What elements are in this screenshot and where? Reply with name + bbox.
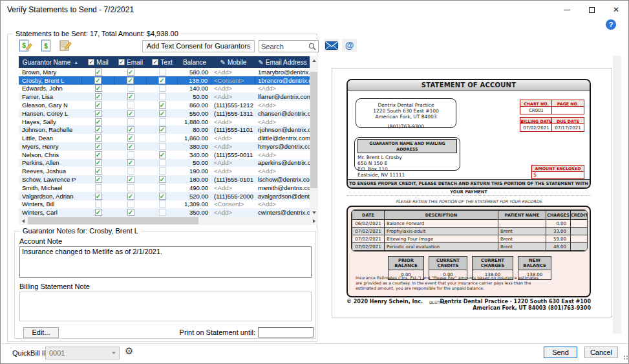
guarantor-name-cell[interactable]: Gleason, Gary N xyxy=(19,101,82,109)
text-checkbox[interactable] xyxy=(159,200,166,208)
resize-grip[interactable] xyxy=(624,356,625,357)
guarantor-row[interactable]: Reeves, Joshua✓190.00<Add><Add> xyxy=(19,167,310,175)
column-email-address[interactable]: ✎ Email Address xyxy=(255,56,310,68)
email-address-cell[interactable]: aperkins@dentrix.com xyxy=(255,159,310,167)
email-checkbox[interactable]: ✓ xyxy=(127,77,134,84)
email-address-cell[interactable]: <Add> xyxy=(255,200,310,209)
mobile-cell[interactable]: <Add> xyxy=(211,134,255,142)
guarantor-row[interactable]: Nelson, Chris✓✓340.00(111)555-0011<Add> xyxy=(19,151,310,159)
guarantor-name-cell[interactable]: Reeves, Joshua xyxy=(19,167,82,175)
text-checkbox[interactable] xyxy=(159,209,166,216)
mobile-cell[interactable]: (111)555-0101 xyxy=(211,175,255,184)
column-text[interactable]: ✓ Text xyxy=(147,56,178,68)
text-checkbox[interactable] xyxy=(159,184,166,191)
quickbill-id-select[interactable]: 0001 xyxy=(45,347,120,359)
send-button[interactable]: Send xyxy=(544,347,577,358)
email-address-cell[interactable]: <Add> xyxy=(255,85,310,93)
mail-checkbox[interactable]: ✓ xyxy=(95,134,102,142)
close-button[interactable]: ✕ xyxy=(604,1,628,19)
email-address-cell[interactable]: dlittle@dentrix.com xyxy=(255,134,310,142)
mobile-cell[interactable]: <Add> xyxy=(211,85,255,93)
guarantor-name-cell[interactable]: Little, Dean xyxy=(19,134,82,142)
guarantor-row[interactable]: Winters, Carl✓✓350.00<Add>cwinters@dentr… xyxy=(19,208,310,217)
mail-checkbox[interactable]: ✓ xyxy=(95,69,102,76)
email-address-cell[interactable]: <Add> xyxy=(255,167,310,175)
email-checkbox[interactable]: ✓ xyxy=(127,159,134,166)
email-checkbox[interactable]: ✓ xyxy=(127,176,134,183)
email-checkbox[interactable]: ✓ xyxy=(127,193,134,200)
text-checkbox[interactable] xyxy=(159,118,166,125)
text-select-all-checkbox[interactable]: ✓ xyxy=(152,59,158,65)
mobile-cell[interactable]: (111)555-1311 xyxy=(211,109,255,118)
email-checkbox[interactable]: ✓ xyxy=(127,126,134,133)
guarantor-row[interactable]: Schow, Lawrence P✓✓✓180.00(111)555-0101l… xyxy=(19,175,310,184)
mail-checkbox[interactable]: ✓ xyxy=(94,77,101,84)
mobile-cell[interactable]: <Add> xyxy=(211,184,255,192)
maximize-button[interactable] xyxy=(579,1,604,19)
vertical-scrollbar[interactable] xyxy=(310,56,318,217)
guarantor-name-cell[interactable]: Hayes, Sally xyxy=(19,118,82,126)
text-checkbox[interactable] xyxy=(159,143,166,150)
email-address-cell[interactable]: <Add> xyxy=(255,101,310,109)
mobile-cell[interactable]: <Add> xyxy=(211,68,255,76)
text-checkbox[interactable]: ✓ xyxy=(159,110,166,117)
mail-checkbox[interactable] xyxy=(95,184,102,191)
email-checkbox[interactable]: ✓ xyxy=(127,93,134,100)
email-checkbox[interactable] xyxy=(127,85,134,92)
email-address-cell[interactable]: avalgardson@dentrix... xyxy=(255,192,310,200)
text-checkbox[interactable]: ✓ xyxy=(159,126,166,133)
mobile-cell[interactable]: (111)555-0011 xyxy=(211,151,255,159)
mobile-cell[interactable]: <Consent> xyxy=(211,76,255,85)
horizontal-scrollbar-thumb[interactable] xyxy=(28,217,198,224)
email-checkbox[interactable] xyxy=(127,118,134,125)
mobile-cell[interactable]: (111)555-2000 xyxy=(211,192,255,200)
email-checkbox[interactable] xyxy=(127,151,134,158)
guarantor-row[interactable]: Johnson, Rachelle✓✓✓80.00(111)555-1101rj… xyxy=(19,125,310,134)
guarantor-name-cell[interactable]: Schow, Lawrence P xyxy=(19,175,82,184)
text-checkbox[interactable]: ✓ xyxy=(159,176,166,183)
guarantor-row[interactable]: Gleason, Gary N✓✓860.00(111)555-1212<Add… xyxy=(19,101,310,109)
mobile-cell[interactable]: (111)555-1101 xyxy=(211,125,255,134)
mobile-cell[interactable]: <Add> xyxy=(211,159,255,167)
guarantor-name-cell[interactable]: Farrer, Lisa xyxy=(19,92,82,101)
email-checkbox[interactable] xyxy=(127,167,134,175)
guarantor-row[interactable]: Little, Dean✓✓1,860.00<Add>dlittle@dentr… xyxy=(19,134,310,142)
mail-checkbox[interactable] xyxy=(95,200,102,208)
guarantor-row[interactable]: Farrer, Lisa✓✓50.00<Add>lfarrer@dentrix.… xyxy=(19,92,310,101)
scroll-left-button[interactable] xyxy=(19,217,27,225)
column-balance[interactable]: Balance xyxy=(178,56,211,68)
edit-note-icon[interactable] xyxy=(58,39,74,52)
scroll-right-button[interactable] xyxy=(310,217,318,225)
email-checkbox[interactable] xyxy=(127,200,134,208)
mail-checkbox[interactable]: ✓ xyxy=(95,143,102,150)
mail-checkbox[interactable]: ✓ xyxy=(95,85,102,92)
guarantor-name-cell[interactable]: Crosby, Brent L xyxy=(19,76,82,85)
vertical-scrollbar-thumb[interactable] xyxy=(310,72,317,188)
guarantor-row[interactable]: Valgardson, Adrian✓✓✓520.00(111)555-2000… xyxy=(19,192,310,200)
text-checkbox[interactable] xyxy=(159,134,166,142)
mail-checkbox[interactable]: ✓ xyxy=(95,209,102,216)
add-text-consent-button[interactable]: Add Text Consent for Guarantors xyxy=(142,40,255,52)
guarantor-name-cell[interactable]: Valgardson, Adrian xyxy=(19,192,82,200)
cancel-button[interactable]: Cancel xyxy=(584,347,618,358)
email-checkbox[interactable]: ✓ xyxy=(127,110,134,117)
guarantor-name-cell[interactable]: Perkins, Allen xyxy=(19,159,82,167)
mobile-cell[interactable]: <Add> xyxy=(211,142,255,151)
text-checkbox[interactable] xyxy=(159,69,166,76)
mobile-cell[interactable]: (111)555-1212 xyxy=(211,101,255,109)
print-until-input[interactable] xyxy=(258,327,314,337)
envelope-icon[interactable] xyxy=(324,39,339,52)
email-address-cell[interactable]: lfarrer@dentrix.com xyxy=(255,92,310,101)
guarantor-name-cell[interactable]: Winters, Bill xyxy=(19,200,82,209)
guarantor-name-cell[interactable]: Winters, Carl xyxy=(19,208,82,217)
help-icon[interactable]: ? xyxy=(606,19,616,30)
text-checkbox[interactable] xyxy=(159,85,166,92)
guarantor-row[interactable]: Edwards, John✓140.00<Add><Add> xyxy=(19,85,310,93)
mail-checkbox[interactable]: ✓ xyxy=(95,151,102,158)
mobile-cell[interactable]: <Consent> xyxy=(211,200,255,209)
mail-checkbox[interactable]: ✓ xyxy=(95,118,102,125)
mobile-cell[interactable]: <Add> xyxy=(211,118,255,126)
guarantor-name-cell[interactable]: Nelson, Chris xyxy=(19,151,82,159)
email-checkbox[interactable]: ✓ xyxy=(127,209,134,216)
guarantor-row[interactable]: Perkins, Allen✓✓50.00<Add>aperkins@dentr… xyxy=(19,159,310,167)
